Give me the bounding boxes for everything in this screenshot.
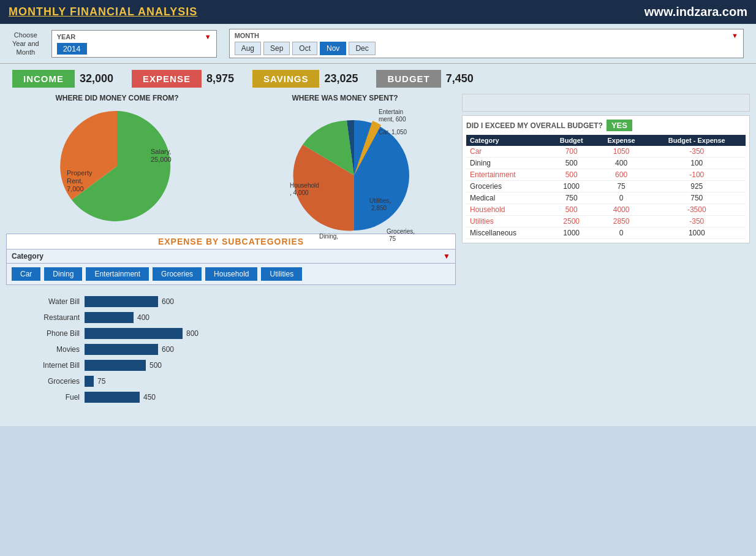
income-value: 32,000 (80, 72, 113, 85)
controls-row: ChooseYear andMonth YEAR ▼ 2014 MONTH ▼ … (0, 24, 756, 64)
bar-row-restaurant: Restaurant 400 (18, 312, 444, 323)
expense-entertainment-label2: ment, 600 (379, 116, 406, 123)
budget-top-spacer (462, 94, 750, 112)
bar-row-phonebill: Phone Bill 800 (18, 328, 444, 339)
bar-row-fuel: Fuel 450 (18, 392, 444, 403)
year-filter-icon[interactable]: ▼ (205, 33, 211, 40)
bar-row-waterbill: Water Bill 600 (18, 296, 444, 307)
cell-diff: 925 (648, 181, 746, 192)
income-rent-value: 7,000 (67, 185, 84, 192)
cell-category: Miscellaneous (466, 227, 548, 239)
filter-label: Category (12, 252, 43, 261)
cell-budget: 1000 (548, 181, 595, 192)
charts-row: WHERE DID MONEY COME FROM? Salary, 25,00… (6, 94, 456, 227)
expense-entertainment-label: Entertain (379, 109, 403, 115)
bar-chart-section: Water Bill 600 Restaurant 400 Phone Bill… (6, 290, 456, 420)
cell-category: Medical (466, 192, 548, 204)
expense-groceries-label: Groceries, (387, 228, 415, 235)
income-pie-svg: Salary, 25,000 Property Rent, 7,000 (56, 105, 178, 227)
choose-label: ChooseYear andMonth (12, 31, 39, 57)
bar-value-phonebill: 800 (186, 329, 198, 338)
savings-value: 23,025 (324, 72, 358, 85)
subcategory-filter: Category ▼ (7, 249, 455, 264)
bar-label-phonebill: Phone Bill (18, 329, 80, 338)
income-chart-title: WHERE DID MONEY COME FROM? (6, 94, 228, 102)
bar-value-fuel: 450 (143, 393, 156, 402)
cell-budget: 700 (548, 146, 595, 158)
cell-diff: 750 (648, 192, 746, 204)
col-category: Category (466, 135, 548, 146)
month-oct[interactable]: Oct (292, 42, 317, 55)
cat-btn-car[interactable]: Car (12, 267, 40, 281)
col-budget: Budget (548, 135, 595, 146)
cat-btn-entertainment[interactable]: Entertainment (86, 267, 149, 281)
expense-car-label: Car, 1,050 (379, 129, 407, 135)
month-aug[interactable]: Aug (235, 42, 261, 55)
year-control-box: YEAR ▼ 2014 (51, 30, 217, 58)
expense-label: EXPENSE (132, 70, 202, 88)
cell-budget: 2500 (548, 216, 595, 227)
budget-table-header: Category Budget Expense Budget - Expense (466, 135, 746, 146)
cell-category: Dining (466, 158, 548, 169)
year-header: YEAR ▼ (57, 33, 211, 40)
budget-table-row: Car 700 1050 -350 (466, 146, 746, 158)
month-dec[interactable]: Dec (349, 42, 375, 55)
col-diff: Budget - Expense (648, 135, 746, 146)
bar-label-groceries: Groceries (18, 377, 80, 386)
month-label: MONTH (235, 32, 259, 39)
subcategory-filter-icon[interactable]: ▼ (443, 252, 450, 261)
income-chart-section: WHERE DID MONEY COME FROM? Salary, 25,00… (6, 94, 228, 227)
right-panel: DID I EXCEED MY OVERALL BUDGET? YES Cate… (456, 94, 750, 420)
month-buttons: Aug Sep Oct Nov Dec (235, 42, 738, 55)
savings-summary: SAVINGS 23,025 (252, 70, 358, 88)
expense-utilities-label: Utilities, (369, 197, 391, 204)
cat-btn-groceries[interactable]: Groceries (153, 267, 202, 281)
cell-category: Household (466, 204, 548, 216)
cell-category: Entertainment (466, 169, 548, 181)
left-panel: WHERE DID MONEY COME FROM? Salary, 25,00… (6, 94, 456, 420)
cell-expense: 0 (595, 192, 648, 204)
bar-row-movies: Movies 600 (18, 344, 444, 355)
cell-budget: 500 (548, 204, 595, 216)
cell-budget: 500 (548, 158, 595, 169)
cell-expense: 4000 (595, 204, 648, 216)
month-control-box: MONTH ▼ Aug Sep Oct Nov Dec (229, 29, 744, 58)
budget-table-row: Medical 750 0 750 (466, 192, 746, 204)
bar-value-groceries: 75 (97, 377, 105, 386)
expense-value: 8,975 (206, 72, 234, 85)
cell-diff: -100 (648, 169, 746, 181)
cell-diff: -3500 (648, 204, 746, 216)
month-nov[interactable]: Nov (320, 42, 346, 55)
year-value[interactable]: 2014 (57, 43, 87, 55)
income-label: INCOME (12, 70, 75, 88)
month-header: MONTH ▼ (235, 32, 738, 39)
cell-budget: 1000 (548, 227, 595, 239)
cell-expense: 75 (595, 181, 648, 192)
bar-value-internetbill: 500 (149, 361, 162, 370)
budget-header-row: DID I EXCEED MY OVERALL BUDGET? YES (466, 120, 746, 131)
cat-btn-utilities[interactable]: Utilities (261, 267, 302, 281)
bar-row-groceries: Groceries 75 (18, 376, 444, 387)
summary-row: INCOME 32,000 EXPENSE 8,975 SAVINGS 23,0… (0, 64, 756, 94)
cell-diff: 1000 (648, 227, 746, 239)
expense-household-value: , 4,000 (290, 189, 309, 196)
budget-section: DID I EXCEED MY OVERALL BUDGET? YES Cate… (462, 115, 750, 243)
bar-fill-phonebill (85, 328, 183, 339)
bar-value-restaurant: 400 (137, 313, 149, 322)
col-expense: Expense (595, 135, 648, 146)
budget-table-row: Household 500 4000 -3500 (466, 204, 746, 216)
budget-yes-badge: YES (607, 120, 632, 131)
month-filter-icon[interactable]: ▼ (731, 32, 738, 39)
bar-label-fuel: Fuel (18, 393, 80, 402)
cat-btn-household[interactable]: Household (205, 267, 257, 281)
website-url: www.indzara.com (644, 5, 747, 19)
expense-groceries-value: 75 (389, 235, 396, 242)
cat-btn-dining[interactable]: Dining (44, 267, 82, 281)
page-title: MONTHLY FINANCIAL ANALYSIS (9, 6, 197, 18)
expense-household-slice (354, 120, 409, 230)
month-sep[interactable]: Sep (263, 42, 290, 55)
cell-category: Utilities (466, 216, 548, 227)
income-summary: INCOME 32,000 (12, 70, 113, 88)
bar-fill-groceries (85, 376, 94, 387)
budget-table-row: Groceries 1000 75 925 (466, 181, 746, 192)
